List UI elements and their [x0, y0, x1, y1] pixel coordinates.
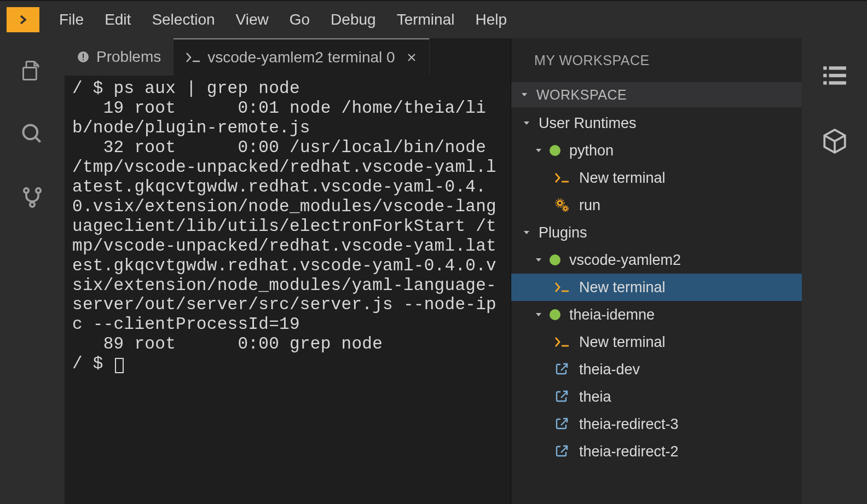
tree-python[interactable]: python: [511, 137, 802, 164]
tree-label: theia: [579, 389, 611, 405]
tree-label: python: [569, 142, 614, 159]
chevron-right-icon: [16, 13, 30, 26]
tree-label: Plugins: [539, 224, 587, 241]
tree-theia-link[interactable]: theia: [511, 383, 802, 410]
tree-python-run[interactable]: run: [511, 192, 802, 219]
svg-rect-0: [24, 68, 37, 80]
close-icon[interactable]: [406, 52, 417, 63]
external-link-icon: [554, 389, 570, 405]
tree-label: theia-dev: [579, 361, 640, 378]
menu-file[interactable]: File: [59, 11, 84, 28]
terminal-text: / $ ps aux | grep node 19 root 0:01 node…: [72, 79, 496, 373]
svg-point-2: [24, 188, 28, 193]
tab-label: Problems: [96, 48, 161, 66]
search-icon[interactable]: [18, 119, 47, 149]
tree-label: User Runtimes: [539, 115, 637, 132]
svg-point-3: [36, 188, 41, 193]
menu-terminal[interactable]: Terminal: [397, 11, 455, 28]
svg-point-8: [558, 201, 562, 205]
svg-rect-16: [823, 81, 826, 84]
editor-area: Problems vscode-yamlem2 terminal 0 / $ p…: [65, 38, 511, 504]
svg-point-1: [24, 125, 38, 140]
svg-rect-14: [823, 74, 826, 77]
tree-vscode-yamlem2-new-terminal[interactable]: New terminal: [511, 274, 802, 301]
explorer-icon[interactable]: [18, 56, 47, 85]
external-link-icon: [554, 416, 570, 432]
svg-rect-12: [823, 66, 826, 69]
tree-label: vscode-yamlem2: [569, 252, 681, 269]
status-dot-icon: [550, 254, 560, 265]
external-link-icon: [554, 443, 570, 460]
menu-help[interactable]: Help: [475, 11, 507, 28]
menubar: File Edit Selection View Go Debug Termin…: [0, 1, 867, 38]
menu-edit[interactable]: Edit: [105, 11, 131, 28]
chevron-down-icon: [534, 310, 543, 319]
tree-label: New terminal: [579, 334, 666, 351]
terminal-prompt-icon: [186, 52, 201, 63]
terminal-output[interactable]: / $ ps aux | grep node 19 root 0:01 node…: [65, 76, 511, 504]
terminal-prompt-icon: [554, 334, 570, 350]
tab-terminal[interactable]: vscode-yamlem2 terminal 0: [174, 38, 429, 76]
tree-label: New terminal: [579, 170, 666, 187]
section-label: WORKSPACE: [536, 87, 627, 103]
menu-go[interactable]: Go: [290, 11, 310, 28]
tree-label: run: [579, 197, 600, 214]
app-logo[interactable]: [7, 7, 39, 32]
tree-label: New terminal: [579, 279, 666, 296]
workspace-section-header[interactable]: WORKSPACE: [511, 82, 802, 107]
tree-vscode-yamlem2[interactable]: vscode-yamlem2: [511, 246, 802, 274]
terminal-prompt-icon: [554, 279, 570, 296]
tree-python-new-terminal[interactable]: New terminal: [511, 164, 802, 192]
tree-plugins[interactable]: Plugins: [511, 219, 802, 246]
chevron-down-icon: [534, 146, 543, 155]
tree-label: theia-redirect-3: [579, 416, 679, 433]
problems-icon: [77, 50, 90, 63]
tree-label: theia-idemne: [569, 306, 655, 323]
gears-icon: [554, 197, 570, 213]
tab-label: vscode-yamlem2 terminal 0: [207, 49, 395, 66]
tree-user-runtimes[interactable]: User Runtimes: [511, 109, 802, 137]
svg-point-10: [564, 207, 567, 210]
svg-rect-7: [83, 59, 84, 60]
status-dot-icon: [550, 145, 560, 156]
terminal-cursor: [115, 358, 124, 373]
workspace-sidebar: MY WORKSPACE WORKSPACE User Runtimes pyt…: [511, 38, 802, 504]
svg-rect-6: [83, 54, 84, 58]
status-dot-icon: [550, 309, 560, 320]
tree-theia-redirect-3-link[interactable]: theia-redirect-3: [511, 410, 802, 438]
package-icon[interactable]: [819, 126, 850, 157]
list-icon[interactable]: [819, 60, 850, 91]
svg-rect-17: [829, 81, 846, 84]
tree-theia-dev-link[interactable]: theia-dev: [511, 356, 802, 383]
svg-point-4: [30, 202, 34, 207]
chevron-down-icon: [534, 256, 543, 264]
menu-selection[interactable]: Selection: [152, 11, 215, 28]
chevron-down-icon: [522, 228, 531, 237]
chevron-down-icon: [522, 119, 531, 128]
svg-rect-13: [829, 66, 846, 69]
chevron-down-icon: [520, 90, 529, 99]
terminal-prompt-icon: [554, 170, 570, 186]
tabs-row: Problems vscode-yamlem2 terminal 0: [65, 38, 511, 76]
tree-theia-idemne[interactable]: theia-idemne: [511, 301, 802, 328]
svg-rect-15: [829, 74, 846, 77]
tree-theia-redirect-2-link[interactable]: theia-redirect-2: [511, 438, 802, 465]
sidebar-title: MY WORKSPACE: [511, 38, 802, 82]
menu-debug[interactable]: Debug: [331, 11, 376, 28]
tree-label: theia-redirect-2: [579, 443, 679, 460]
activity-bar: [0, 38, 65, 504]
tree-theia-idemne-new-terminal[interactable]: New terminal: [511, 328, 802, 356]
tab-problems[interactable]: Problems: [65, 38, 174, 76]
external-link-icon: [554, 361, 570, 378]
right-activity-bar: [802, 38, 867, 504]
source-control-icon[interactable]: [18, 183, 47, 212]
menu-view[interactable]: View: [236, 11, 269, 28]
